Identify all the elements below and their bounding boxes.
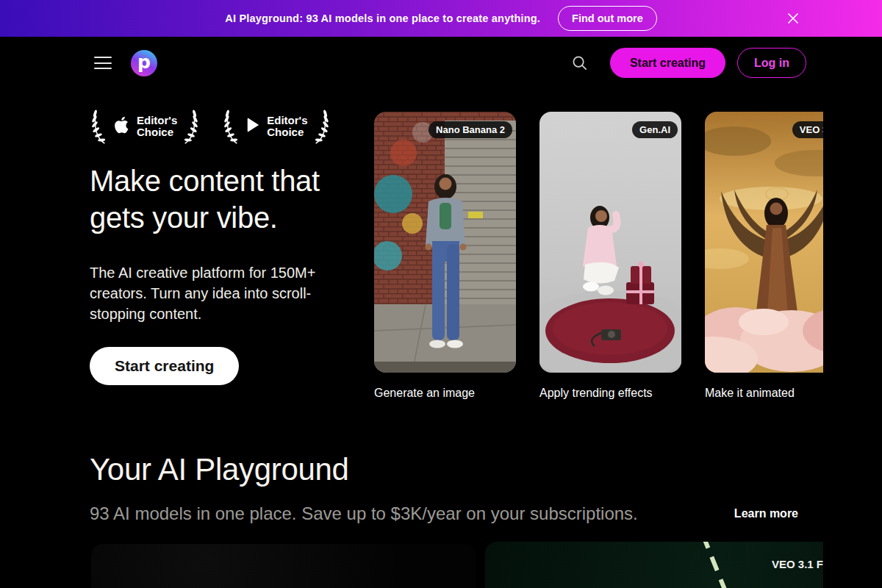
login-button[interactable]: Log in (737, 48, 806, 78)
model-badge: Nano Banana 2 (429, 121, 512, 138)
hero-start-creating-button[interactable]: Start creating (90, 347, 239, 385)
header: p Start creating Log in (0, 37, 823, 89)
hero-title: Make content that gets your vibe. (90, 162, 384, 236)
logo-letter: p (137, 53, 151, 71)
veo-model-label: VEO 3.1 Fast (772, 558, 823, 570)
editors-choice-badge-apple: Editor'sChoice (90, 107, 200, 146)
header-start-creating-button[interactable]: Start creating (610, 48, 725, 78)
card-caption: Apply trending effects (539, 387, 681, 400)
studio-photo-image (539, 112, 681, 373)
showcase-card[interactable]: Nano Banana 2 (374, 112, 516, 373)
promo-banner: AI Playground: 93 AI models in one place… (0, 0, 882, 37)
section-subtitle: 93 AI models in one place. Save up to $3… (90, 503, 638, 524)
hamburger-menu-icon[interactable] (94, 57, 112, 69)
laurel-left-icon (222, 107, 240, 146)
picsart-logo[interactable]: p (131, 50, 157, 76)
badge-text: Editor'sChoice (267, 115, 307, 138)
learn-more-link[interactable]: Learn more (734, 507, 798, 520)
hero-subtitle: The AI creative platform for 150M+ creat… (90, 262, 348, 324)
banner-message: AI Playground: 93 AI models in one place… (225, 12, 540, 24)
laurel-right-icon (182, 107, 200, 146)
street-photo-image (374, 112, 516, 373)
model-badge: VEO 3.1 (792, 121, 823, 138)
card-caption: Generate an image (374, 387, 516, 400)
search-icon[interactable] (571, 54, 588, 71)
video-card-veo[interactable]: VEO 3.1 Fast (485, 542, 823, 588)
apple-icon (112, 114, 132, 139)
showcase-cards: Nano Banana 2 Generate an image (374, 112, 823, 400)
ai-playground-section: Your AI Playground 93 AI models in one p… (90, 452, 798, 524)
showcase-card[interactable]: Gen.AI (539, 112, 681, 373)
angel-photo-image (705, 112, 823, 373)
video-card-dark[interactable] (91, 544, 476, 588)
picsart-homepage: AI Playground: 93 AI models in one place… (0, 0, 882, 588)
model-badge: Gen.AI (632, 121, 678, 138)
content-area: p Start creating Log in (0, 37, 823, 588)
showcase-card[interactable]: VEO 3.1 (705, 112, 823, 373)
card-caption: Make it animated (705, 387, 823, 400)
section-title: Your AI Playground (90, 452, 798, 487)
editors-choice-badge-google-play: Editor'sChoice (222, 107, 330, 146)
showcase-card-trending-effects: Gen.AI Apply trending effects (539, 112, 681, 400)
laurel-right-icon (313, 107, 331, 146)
laurel-left-icon (90, 107, 107, 146)
showcase-card-generate-image: Nano Banana 2 Generate an image (374, 112, 516, 400)
google-play-icon (245, 115, 262, 137)
badge-text: Editor'sChoice (137, 115, 177, 138)
showcase-card-animate: VEO 3.1 Make it animated (705, 112, 823, 400)
close-icon[interactable] (786, 12, 800, 25)
editors-choice-badges: Editor'sChoice (90, 107, 384, 146)
hero-section: Editor'sChoice (90, 107, 384, 385)
find-out-more-button[interactable]: Find out more (558, 6, 657, 31)
